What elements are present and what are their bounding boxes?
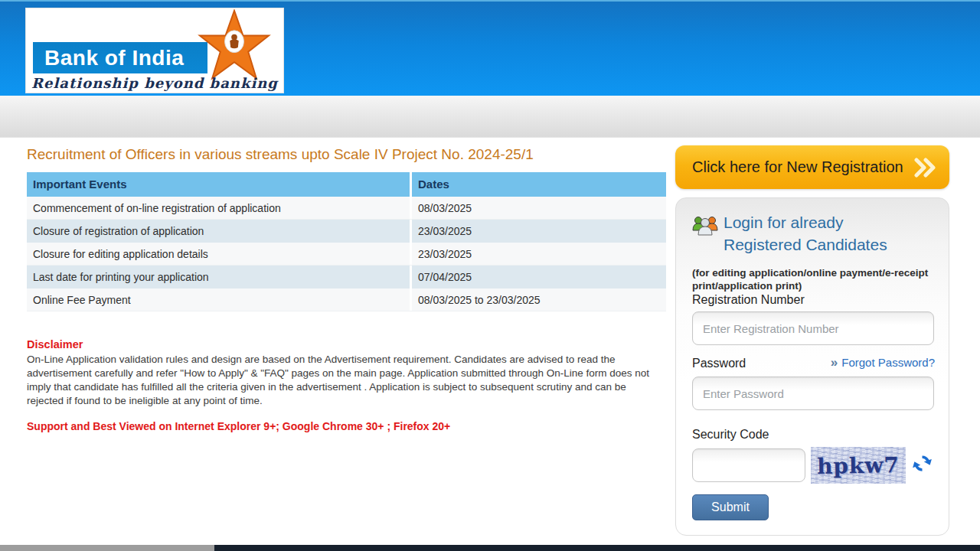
table-header-row: Important Events Dates [27,172,666,197]
password-input[interactable] [692,377,934,410]
table-row: Online Fee Payment 08/03/2025 to 23/03/2… [27,289,666,311]
login-note: (for editing application/online payment/… [692,266,940,292]
browser-support-note: Support and Best Viewed on Internet Expl… [27,420,664,432]
submit-button[interactable]: Submit [692,494,769,520]
date-cell: 23/03/2025 [410,243,666,265]
logo-band: Bank of India [33,42,207,73]
registration-number-input[interactable] [692,311,934,345]
page-title: Recruitment of Officers in various strea… [27,146,666,163]
date-cell: 23/03/2025 [410,220,666,243]
footer-left-segment [0,545,214,551]
star-icon [198,9,271,83]
footer-right-segment [214,545,980,551]
table-row: Last date for printing your application … [27,266,666,289]
double-chevron-icon [913,158,939,178]
site-header: Bank of India Relationship beyond bankin… [0,0,980,96]
page: Bank of India Relationship beyond bankin… [0,0,980,551]
password-label: Password [692,357,746,370]
table-row: Closure of registration of application 2… [27,220,666,243]
event-cell: Closure for editing application details [27,243,410,265]
refresh-captcha-icon[interactable] [912,453,933,474]
registration-number-label: Registration Number [692,293,805,307]
table-row: Commencement of on-line registration of … [27,197,666,220]
bank-of-india-logo: Bank of India Relationship beyond bankin… [25,8,284,93]
captcha-text: hpkw7 [817,452,900,479]
date-cell: 08/03/2025 [410,197,666,219]
important-events-table: Important Events Dates Commencement of o… [27,172,666,311]
date-cell: 07/04/2025 [410,266,666,289]
login-panel: Login for already Registered Candidates … [675,197,949,536]
date-cell: 08/03/2025 to 23/03/2025 [410,289,666,311]
login-heading-text: Login for already Registered Candidates [724,211,887,256]
new-registration-button[interactable]: Click here for New Registration [675,145,949,189]
forgot-password-link[interactable]: Forgot Password? [841,356,935,369]
footer-bar [0,545,980,551]
forgot-password-row: »Forgot Password? [831,355,935,370]
security-code-input[interactable] [692,448,805,482]
login-heading-line1: Login for already [724,214,843,231]
table-row: Closure for editing application details … [27,243,666,266]
column-header-dates: Dates [410,172,666,197]
event-cell: Online Fee Payment [27,289,410,311]
event-cell: Commencement of on-line registration of … [27,197,410,219]
logo-title: Bank of India [33,42,207,73]
captcha-image: hpkw7 [811,447,906,484]
login-heading-line2: Registered Candidates [724,236,887,253]
logo-tagline: Relationship beyond banking [26,75,283,91]
event-cell: Closure of registration of application [27,220,410,243]
event-cell: Last date for printing your application [27,266,410,289]
chevron-right-icon: » [831,355,838,370]
users-group-icon [691,214,719,238]
disclaimer-heading: Disclaimer [27,338,83,350]
column-header-events: Important Events [27,172,410,197]
disclaimer-text: On-Line Application validation rules and… [27,353,664,408]
new-registration-label: Click here for New Registration [692,158,913,176]
login-heading: Login for already Registered Candidates [691,211,887,256]
secondary-nav-bar [0,96,980,138]
security-code-label: Security Code [692,428,769,442]
